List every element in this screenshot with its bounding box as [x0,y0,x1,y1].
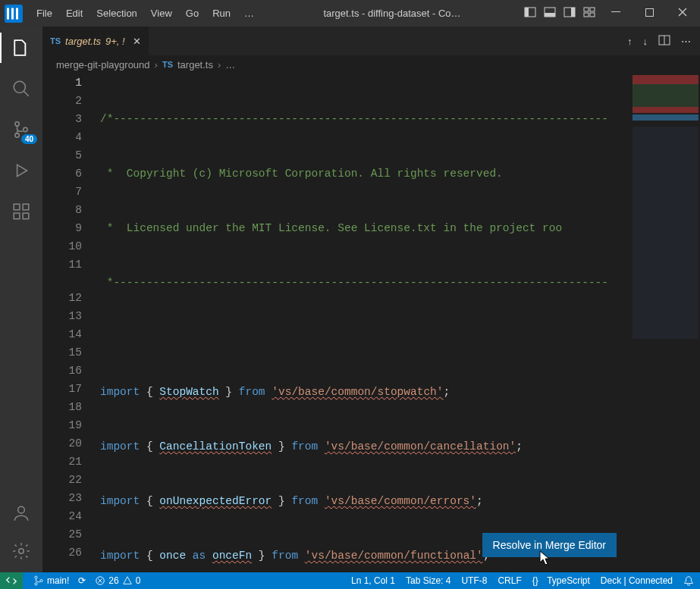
code-editor[interactable]: 1 2 3 4 5 6 7 8 9 10 11 12 13 14 15 16 1… [42,74,700,572]
sync-changes-status[interactable]: ⟳ [78,575,86,586]
layout-icons [524,6,595,20]
editor-tabs: TS target.ts 9+, ! ✕ ↑ ↓ ⋯ [42,27,700,55]
svg-point-14 [14,81,25,92]
svg-point-24 [18,506,25,513]
menu-go[interactable]: Go [180,2,205,24]
menu-selection[interactable]: Selection [90,2,143,24]
svg-point-29 [35,583,37,585]
svg-rect-6 [584,8,589,11]
toggle-secondary-sidebar-icon[interactable] [563,6,576,20]
accounts-icon[interactable] [11,503,32,524]
settings-gear-icon[interactable] [11,540,32,562]
problems-status[interactable]: 26 0 [95,575,140,586]
split-editor-icon[interactable] [658,34,670,49]
menu-file[interactable]: File [30,2,58,24]
toggle-panel-icon[interactable] [544,6,556,20]
git-branch-status[interactable]: main! [33,575,69,586]
svg-rect-5 [571,8,575,17]
breadcrumb[interactable]: merge-git-playground › TS target.ts › … [42,55,700,74]
editor-group: TS target.ts 9+, ! ✕ ↑ ↓ ⋯ merge-git-pla… [42,27,700,572]
minimize-button[interactable] [603,8,629,19]
menu-edit[interactable]: Edit [60,2,89,24]
explorer-icon[interactable] [11,37,32,58]
svg-point-28 [35,576,37,578]
breadcrumb-file[interactable]: target.ts [177,59,213,70]
title-bar: File Edit Selection View Go Run … target… [0,0,700,27]
svg-marker-19 [17,164,27,176]
minimap[interactable] [630,74,700,572]
main-menu: File Edit Selection View Go Run … [30,2,260,24]
svg-rect-21 [14,213,20,219]
eol-status[interactable]: CRLF [498,575,521,586]
menu-overflow[interactable]: … [238,2,260,24]
language-mode-status[interactable]: {} TypeScript [532,575,590,586]
editor-tab-actions: ↑ ↓ ⋯ [618,27,700,55]
code-content[interactable]: /*--------------------------------------… [100,74,630,572]
remote-indicator[interactable] [0,572,23,589]
window-controls [603,8,695,19]
chevron-right-icon: › [155,59,158,70]
encoding-status[interactable]: UTF-8 [461,575,487,586]
svg-point-17 [15,133,19,137]
status-bar: main! ⟳ 26 0 Ln 1, Col 1 Tab Size: 4 UTF… [0,572,700,589]
maximize-button[interactable] [636,8,662,19]
run-debug-icon[interactable] [11,160,32,181]
previous-change-icon[interactable]: ↑ [627,36,633,47]
activity-bar: 40 [0,27,42,572]
svg-rect-11 [645,9,653,17]
menu-run[interactable]: Run [206,2,237,24]
svg-rect-22 [23,213,29,219]
svg-rect-9 [590,13,595,17]
svg-point-25 [19,549,24,554]
toggle-primary-sidebar-icon[interactable] [524,6,536,20]
svg-rect-3 [545,13,555,17]
editor-more-icon[interactable]: ⋯ [681,36,691,47]
tab-filename: target.ts [65,36,101,47]
breadcrumb-folder[interactable]: merge-git-playground [56,59,150,70]
deck-status[interactable]: Deck | Connected [601,575,673,586]
close-tab-icon[interactable]: ✕ [133,36,141,47]
tab-git-status: 9+, ! [105,36,125,47]
svg-rect-8 [584,13,589,17]
cursor-position-status[interactable]: Ln 1, Col 1 [351,575,395,586]
svg-point-18 [24,127,27,131]
svg-rect-23 [23,204,29,210]
vscode-logo-icon [5,5,23,23]
svg-rect-7 [590,8,595,11]
svg-rect-1 [525,8,529,17]
source-control-icon[interactable]: 40 [11,119,32,140]
typescript-file-icon: TS [162,60,173,69]
extensions-icon[interactable] [11,201,32,222]
editor-tab-target[interactable]: TS target.ts 9+, ! ✕ [42,27,149,55]
svg-line-15 [24,91,29,96]
customize-layout-icon[interactable] [583,6,595,20]
window-title: target.ts - diffing-dataset - Co… [260,8,524,19]
chevron-right-icon: › [218,59,221,70]
close-button[interactable] [670,8,695,19]
search-icon[interactable] [11,78,32,99]
svg-rect-10 [611,11,620,12]
next-change-icon[interactable]: ↓ [643,36,648,47]
svg-point-16 [15,122,19,126]
typescript-file-icon: TS [50,36,61,45]
cursor-pointer-icon [538,550,551,569]
menu-view[interactable]: View [145,2,178,24]
scm-badge: 40 [21,134,37,144]
breadcrumb-trail[interactable]: … [225,59,235,70]
svg-rect-20 [14,204,20,210]
notifications-icon[interactable] [683,575,694,586]
line-number-gutter: 1 2 3 4 5 6 7 8 9 10 11 12 13 14 15 16 1… [42,74,100,572]
indentation-status[interactable]: Tab Size: 4 [406,575,450,586]
svg-point-30 [40,579,42,581]
